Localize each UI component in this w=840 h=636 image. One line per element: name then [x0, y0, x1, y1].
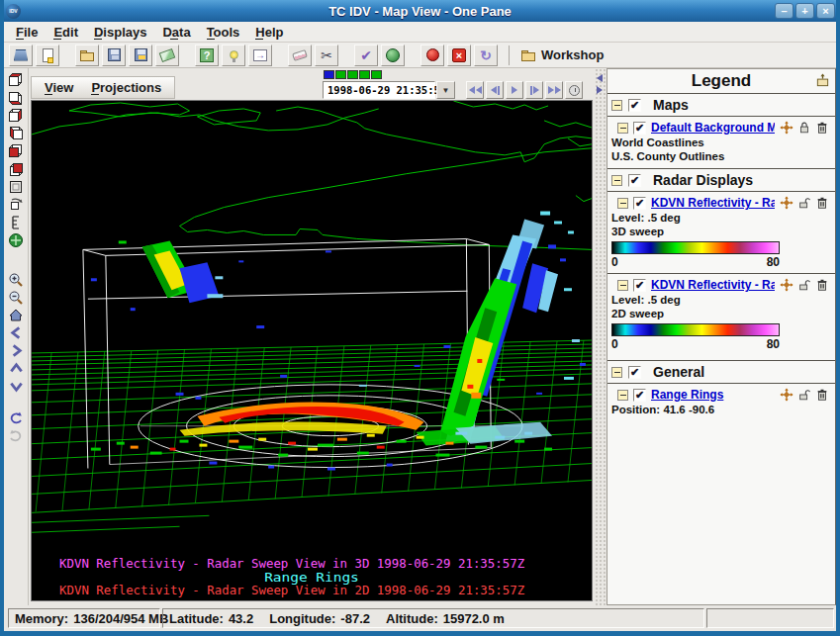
menu-data[interactable]: Data: [154, 23, 198, 42]
reload-button[interactable]: ↻: [474, 45, 498, 66]
zoom-in-button[interactable]: [7, 271, 26, 288]
time-step[interactable]: [347, 70, 358, 79]
menu-view[interactable]: View: [36, 78, 82, 97]
menu-projections[interactable]: Projections: [82, 78, 170, 97]
view-top-button[interactable]: [7, 71, 26, 88]
menu-tools[interactable]: Tools: [199, 23, 248, 42]
cancel-button[interactable]: ×: [447, 45, 471, 66]
maximize-button[interactable]: +: [795, 3, 814, 19]
collapse-button[interactable]: [611, 175, 622, 186]
range-rings-checkbox[interactable]: ✔: [633, 389, 646, 402]
time-dropdown-button[interactable]: ▼: [436, 81, 455, 99]
rotate-view-button[interactable]: [7, 196, 26, 213]
move-display-icon[interactable]: [780, 278, 793, 292]
collapse-button[interactable]: [617, 123, 628, 134]
radar-displays-checkbox[interactable]: ✔: [628, 174, 641, 187]
globe-button[interactable]: [381, 45, 405, 66]
save-bundle-button[interactable]: [102, 45, 126, 66]
view-right-button[interactable]: [7, 107, 26, 124]
radar-3d-link[interactable]: KDVN Reflectivity - Radar _: [651, 196, 775, 210]
time-step[interactable]: [324, 70, 334, 79]
undo-button[interactable]: [7, 409, 26, 426]
open-bundle-button[interactable]: [75, 45, 99, 66]
zoom-out-button[interactable]: [7, 289, 26, 306]
menu-file[interactable]: File: [8, 23, 46, 42]
projection-globe-button[interactable]: [7, 231, 26, 248]
chevron-right-icon: [9, 343, 24, 358]
title-bar[interactable]: IDV TC IDV - Map View - One Pane – + ×: [0, 0, 840, 22]
remove-displays-button[interactable]: [288, 45, 312, 66]
trash-icon[interactable]: [815, 278, 829, 292]
collapse-button[interactable]: [611, 100, 622, 111]
collapse-button[interactable]: [611, 367, 622, 378]
collapse-right-icon[interactable]: [597, 86, 603, 94]
unlock-icon[interactable]: [797, 388, 811, 402]
view-front-button[interactable]: [7, 142, 26, 159]
drawing-button[interactable]: [155, 45, 179, 66]
step-back-button[interactable]: [486, 81, 504, 99]
close-button[interactable]: ×: [816, 3, 835, 19]
time-step[interactable]: [371, 70, 382, 79]
collapse-left-icon[interactable]: [597, 74, 603, 82]
range-rings-link[interactable]: Range Rings: [651, 388, 775, 402]
time-step[interactable]: [359, 70, 370, 79]
pan-left-button[interactable]: [7, 324, 26, 341]
pan-right-button[interactable]: [7, 342, 26, 359]
move-display-icon[interactable]: [780, 196, 793, 210]
reflectivity-colorbar[interactable]: [611, 241, 780, 254]
menu-help[interactable]: Help: [247, 23, 291, 42]
step-forward-button[interactable]: [525, 81, 543, 99]
collapse-button[interactable]: [617, 390, 628, 401]
help-button[interactable]: ?: [195, 45, 219, 66]
float-legend-icon[interactable]: [815, 73, 830, 88]
move-display-icon[interactable]: [780, 388, 793, 402]
save-as-button[interactable]: [129, 45, 152, 66]
move-display-icon[interactable]: [780, 121, 793, 135]
radar-2d-checkbox[interactable]: ✔: [633, 279, 646, 292]
lock-icon[interactable]: [797, 121, 811, 135]
time-step-boxes[interactable]: [324, 70, 382, 79]
general-checkbox[interactable]: ✔: [628, 366, 641, 379]
pan-down-button[interactable]: [7, 378, 26, 395]
go-to-end-button[interactable]: [545, 81, 563, 99]
view-bottom-button[interactable]: [7, 89, 26, 106]
trash-icon[interactable]: [815, 196, 829, 210]
record-button[interactable]: [420, 45, 444, 66]
menu-displays[interactable]: Displays: [86, 23, 154, 42]
view-back-button[interactable]: [7, 160, 26, 177]
workshop-group[interactable]: Workshop: [520, 47, 604, 63]
trash-icon[interactable]: [815, 121, 829, 135]
time-value-field[interactable]: 1998-06-29 21:35:57Z: [323, 81, 435, 99]
unlock-icon[interactable]: [797, 196, 811, 210]
data-chooser-button[interactable]: →: [248, 45, 272, 66]
collapse-button[interactable]: [617, 280, 628, 291]
pan-up-button[interactable]: [7, 360, 26, 377]
default-maps-checkbox[interactable]: ✔: [633, 122, 646, 135]
unlock-icon[interactable]: [797, 278, 811, 292]
radar-2d-link[interactable]: KDVN Reflectivity - Radar _: [651, 278, 775, 292]
redo-button[interactable]: [7, 427, 26, 444]
view-left-button[interactable]: [7, 125, 26, 141]
show-dashboard-button[interactable]: [9, 45, 33, 66]
vertical-scale-button[interactable]: [7, 214, 26, 230]
animation-properties-button[interactable]: [565, 81, 583, 99]
collapse-button[interactable]: [617, 198, 628, 209]
show-tips-button[interactable]: [222, 45, 245, 66]
map-3d-canvas[interactable]: KDVN Reflectivity - Radar Sweep View in …: [31, 100, 593, 601]
menu-edit[interactable]: Edit: [46, 23, 86, 42]
cut-button[interactable]: ✂: [315, 45, 338, 66]
maps-checkbox[interactable]: ✔: [628, 99, 641, 112]
edit-button[interactable]: ✔: [354, 45, 378, 66]
go-to-start-button[interactable]: [466, 81, 484, 99]
default-maps-link[interactable]: Default Background Maps: [651, 121, 775, 135]
box-outline-button[interactable]: [7, 178, 26, 195]
trash-icon[interactable]: [815, 388, 829, 402]
new-display-button[interactable]: [36, 45, 59, 66]
play-button[interactable]: [506, 81, 523, 99]
minimize-button[interactable]: –: [775, 3, 793, 19]
home-view-button[interactable]: [7, 307, 26, 323]
panel-splitter[interactable]: [595, 68, 607, 605]
reflectivity-colorbar[interactable]: [611, 323, 780, 336]
radar-3d-checkbox[interactable]: ✔: [633, 197, 646, 210]
time-step[interactable]: [335, 70, 346, 79]
